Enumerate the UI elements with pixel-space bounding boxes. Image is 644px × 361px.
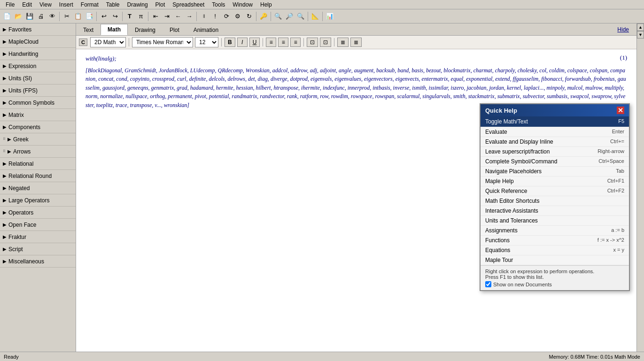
grid-button[interactable]: 📐 [310,11,320,22]
menu-view[interactable]: View [36,0,55,9]
quick-help-assignments-row[interactable]: Assignments a := b [481,226,629,236]
sidebar-item-units-fps[interactable]: ▶ Units (FPS) [0,84,76,97]
sidebar-item-maplecloud[interactable]: ▶ MapleCloud [0,36,76,48]
bars-button[interactable]: ⦀ [199,11,209,22]
menu-plot[interactable]: Plot [152,0,169,9]
size-select[interactable]: 12 10 14 [195,37,218,47]
new-button[interactable]: 📄 [2,11,12,22]
quick-help-functions-row[interactable]: Functions f := x -> x^2 [481,236,629,246]
zoom-in-button[interactable]: 🔍 [273,11,283,22]
quick-help-toggle-row[interactable]: Toggle Math/Text F5 [481,116,629,127]
quick-help-complete-row[interactable]: Complete Symbol/Command Ctrl+Space [481,157,629,167]
sidebar-item-common-symbols[interactable]: ▶ Common Symbols [0,97,76,109]
indent-button[interactable]: ⇤ [150,11,161,22]
math-mode-button[interactable]: π [136,11,146,22]
menu-format[interactable]: Format [77,0,102,9]
sidebar-item-handwriting[interactable]: ▶ Handwriting [0,48,76,60]
scrollbar[interactable]: ▲ ▼ [636,23,644,352]
sidebar-item-units-si[interactable]: ▶ Units (SI) [0,72,76,84]
sidebar-item-greek[interactable]: ⠿ ▶ Greek [0,133,76,146]
quick-help-maple-tour-row[interactable]: Maple Tour [481,255,629,265]
align-center-button[interactable]: ≡ [278,38,288,47]
menu-help[interactable]: Help [256,0,276,9]
sidebar-item-miscellaneous[interactable]: ▶ Miscellaneous [0,255,76,268]
sidebar-item-favorites[interactable]: ▶ Favorites [0,23,76,36]
bold-button[interactable]: B [225,38,235,47]
sidebar-item-expression[interactable]: ▶ Expression [0,60,76,72]
sidebar-item-arrows[interactable]: ⠿ ▶ Arrows [0,146,76,158]
quick-help-leave-super-row[interactable]: Leave superscript/fraction Right-arrow [481,147,629,157]
italic-button[interactable]: I [237,38,248,47]
quick-help-close-button[interactable]: ✕ [617,107,624,114]
undo-button[interactable]: ↩ [99,11,109,22]
indent-right-button[interactable]: ⊡ [320,38,331,47]
key-button[interactable]: 🔑 [258,11,269,22]
sidebar-item-script[interactable]: ▶ Script [0,243,76,255]
quick-help-navigate-row[interactable]: Navigate Placeholders Tab [481,167,629,177]
quick-help-math-editor-row[interactable]: Math Editor Shortcuts [481,196,629,206]
zoom-reset-button[interactable]: 🔍 [295,11,306,22]
sidebar-item-label: Expression [8,63,36,69]
sidebar-item-components[interactable]: ▶ Components [0,121,76,133]
maple-button[interactable]: 📊 [325,11,335,22]
menu-insert[interactable]: Insert [55,0,77,9]
sidebar-item-large-operators[interactable]: ▶ Large Operators [0,194,76,207]
menu-window[interactable]: Window [229,0,256,9]
font-select[interactable]: Times New Roman Arial Courier New [132,37,193,47]
scroll-down[interactable]: ▼ [637,31,644,38]
sidebar-item-matrix[interactable]: ▶ Matrix [0,109,76,121]
tab-animation[interactable]: Animation [186,24,225,35]
scroll-up[interactable]: ▲ [637,23,644,31]
tab-drawing[interactable]: Drawing [128,24,163,35]
quick-help-equations-row[interactable]: Equations x = y [481,246,629,255]
menu-spreadsheet[interactable]: Spreadsheet [169,0,208,9]
copy-button[interactable]: 📋 [73,11,83,22]
arrow-right-button[interactable]: → [184,11,194,22]
quick-help-quick-ref-row[interactable]: Quick Reference Ctrl+F2 [481,186,629,196]
quick-help-evaluate-row[interactable]: Evaluate Enter [481,127,629,137]
menu-file[interactable]: File [2,0,18,9]
sidebar-item-relational-round[interactable]: ▶ Relational Round [0,170,76,182]
sidebar-item-open-face[interactable]: ▶ Open Face [0,219,76,231]
quick-help-eval-inline-row[interactable]: Evaluate and Display Inline Ctrl+= [481,137,629,147]
align-right-button[interactable]: ≡ [290,38,301,47]
cut-button[interactable]: ✂ [62,11,72,22]
settings-button[interactable]: ⚙ [233,11,243,22]
quick-help-maple-help-row[interactable]: Maple Help Ctrl+F1 [481,177,629,186]
list-num-button[interactable]: ≣ [350,38,362,47]
print-button[interactable]: 🖨 [36,11,46,22]
outdent-button[interactable]: ⇥ [162,11,172,22]
indent-left-button[interactable]: ⊡ [307,38,318,47]
math-mode-select[interactable]: 2D Math 1D Math Text [90,37,126,47]
exclaim-button[interactable]: ! [210,11,220,22]
menu-tools[interactable]: Tools [208,0,229,9]
sidebar-item-operators[interactable]: ▶ Operators [0,207,76,219]
quick-help-interactive-row[interactable]: Interactive Assistants [481,206,629,216]
sidebar-item-relational[interactable]: ▶ Relational [0,158,76,170]
tab-plot[interactable]: Plot [163,24,186,35]
underline-button[interactable]: U [249,38,260,47]
preview-button[interactable]: 👁 [47,11,57,22]
arrow-left-button[interactable]: ← [173,11,183,22]
open-button[interactable]: 📂 [13,11,23,22]
paste-button[interactable]: 📑 [84,11,94,22]
sidebar-item-negated[interactable]: ▶ Negated [0,182,76,194]
redo-button[interactable]: ↪ [110,11,120,22]
zoom-out-button[interactable]: 🔎 [284,11,295,22]
sidebar-item-fraktur[interactable]: ▶ Fraktur [0,231,76,243]
menu-drawing[interactable]: Drawing [124,0,152,9]
menu-table[interactable]: Table [102,0,124,9]
show-on-new-checkbox[interactable] [485,281,491,287]
tab-math[interactable]: Math [101,24,128,35]
save-button[interactable]: 💾 [24,11,35,22]
tab-text[interactable]: Text [76,24,101,35]
refresh-button[interactable]: ⟳ [221,11,232,22]
text-mode-button[interactable]: T [124,11,135,22]
show-on-new-label[interactable]: Show on new Documents [493,282,552,287]
align-left-button[interactable]: ≡ [266,38,276,47]
menu-edit[interactable]: Edit [18,0,36,9]
recalc-button[interactable]: ↻ [244,11,254,22]
list-bullet-button[interactable]: ≣ [337,38,349,47]
quick-help-units-row[interactable]: Units and Tolerances [481,216,629,226]
hide-button[interactable]: Hide [613,25,633,34]
